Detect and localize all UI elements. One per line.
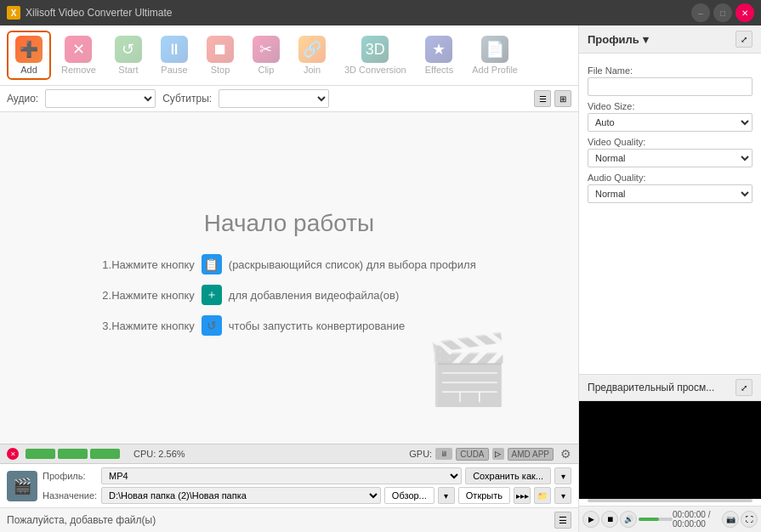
welcome-step-2: 2.Нажмите кнопку ＋ для добавления видеоф… <box>102 285 475 305</box>
preview-controls: ▶ ⏹ 🔊 00:00:00 / 00:00:00 📷 ⛶ <box>579 506 761 532</box>
list-view-button[interactable]: ☰ <box>534 90 551 107</box>
add-label: Add <box>20 65 37 75</box>
video-size-select[interactable]: Auto 320x240 640x480 1280x720 <box>588 113 752 132</box>
message-text: Пожалуйста, добавьте файл(ы) <box>7 514 156 526</box>
progress-bar-2 <box>58 449 88 459</box>
audio-select[interactable] <box>45 89 156 108</box>
app-title: Xilisoft Video Converter Ultimate <box>26 7 691 19</box>
dest-extra-button[interactable]: 📁 <box>534 487 551 504</box>
remove-label: Remove <box>61 65 96 75</box>
file-name-input[interactable] <box>588 77 752 96</box>
seek-bar[interactable] <box>588 499 752 502</box>
screenshot-button[interactable]: 📷 <box>722 511 739 528</box>
effects-button[interactable]: ★ Effects <box>417 31 462 80</box>
settings-icon[interactable]: ⚙ <box>560 447 571 461</box>
open-button[interactable]: Открыть <box>458 487 510 504</box>
add-button[interactable]: ➕ Add <box>7 31 51 80</box>
play-button[interactable]: ▶ <box>582 511 599 528</box>
maximize-button[interactable]: □ <box>713 3 732 22</box>
step2-suffix: для добавления видеофайла(ов) <box>229 289 400 302</box>
start-label: Start <box>118 65 138 75</box>
close-button[interactable]: ✕ <box>735 3 754 22</box>
browse-dropdown-button[interactable]: ▾ <box>438 487 455 504</box>
open-options-button[interactable]: ▸▸▸ <box>514 487 531 504</box>
profile-expand-button[interactable]: ⤢ <box>735 31 752 48</box>
start-icon: ↺ <box>115 36 142 63</box>
clip-button[interactable]: ✂ Clip <box>244 31 288 80</box>
gpu-label: GPU: <box>409 449 432 459</box>
welcome-step-3: 3.Нажмите кнопку ↺ чтобы запустить конве… <box>102 315 475 336</box>
video-quality-select[interactable]: Normal High Low <box>588 149 752 167</box>
welcome-step-1: 1.Нажмите кнопку 📋 (раскрывающийся списо… <box>102 254 475 274</box>
step2-prefix: 2.Нажмите кнопку <box>102 289 194 302</box>
add-icon: ➕ <box>15 36 43 63</box>
status-bar: ✕ CPU: 2.56% GPU: 🖥 CUDA ▷ AMD APP ⚙ <box>0 444 578 463</box>
app-body: ➕ Add ✕ Remove ↺ Start ⏸ Pause ⏹ Stop ✂ … <box>0 25 761 532</box>
profile-title-text: Профиль <box>588 33 639 46</box>
time-current: 00:00:00 <box>673 510 706 519</box>
time-total: 00:00:00 <box>673 519 706 529</box>
join-button[interactable]: 🔗 Join <box>290 31 334 80</box>
audio-quality-select[interactable]: Normal High Low <box>588 184 752 203</box>
grid-view-button[interactable]: ⊞ <box>554 90 571 107</box>
profile-select[interactable]: MP4 <box>101 467 462 484</box>
effects-icon: ★ <box>425 36 452 63</box>
pause-label: Pause <box>161 65 187 75</box>
subtitles-select[interactable] <box>219 89 329 108</box>
film-decoration: 🎬 <box>425 330 510 410</box>
threed-button[interactable]: 3D 3D Conversion <box>336 31 415 80</box>
message-list-button[interactable]: ☰ <box>554 512 571 529</box>
threed-label: 3D Conversion <box>344 65 406 75</box>
start-button[interactable]: ↺ Start <box>106 31 150 80</box>
window-controls: – □ ✕ <box>691 3 754 22</box>
profile-form: File Name: Video Size: Auto 320x240 640x… <box>579 54 761 374</box>
output-fields: Профиль: MP4 Сохранить как... ▾ Назначен… <box>43 467 571 504</box>
save-as-button[interactable]: Сохранить как... <box>465 467 551 484</box>
video-size-label: Video Size: <box>588 101 752 111</box>
app-icon: X <box>7 6 20 20</box>
profile-dropdown-arrow[interactable]: ▾ <box>643 33 649 46</box>
dest-select[interactable]: D:\Новая папка (2)\Новая папка <box>101 487 381 504</box>
remove-icon: ✕ <box>65 36 92 63</box>
add-profile-button[interactable]: 📄 Add Profile <box>463 31 526 80</box>
pause-button[interactable]: ⏸ Pause <box>152 31 196 80</box>
file-name-label: File Name: <box>588 65 752 76</box>
stop-button[interactable]: ⏹ Stop <box>198 31 242 80</box>
amd-icon: ▷ <box>492 448 504 460</box>
volume-slider[interactable] <box>639 518 673 521</box>
dest-more-button[interactable]: ▾ <box>554 487 571 504</box>
step3-suffix: чтобы запустить конвертирование <box>229 320 405 332</box>
stop-preview-button[interactable]: ⏹ <box>601 511 618 528</box>
add-profile-icon: 📄 <box>481 36 508 63</box>
message-bar: Пожалуйста, добавьте файл(ы) ☰ <box>0 507 578 532</box>
preview-title: Предварительный просм... <box>588 382 714 393</box>
toolbar: ➕ Add ✕ Remove ↺ Start ⏸ Pause ⏹ Stop ✂ … <box>0 25 578 86</box>
video-quality-label: Video Quality: <box>588 137 752 147</box>
step3-prefix: 3.Нажмите кнопку <box>102 320 194 332</box>
cancel-all-button[interactable]: ✕ <box>7 448 19 460</box>
minimize-button[interactable]: – <box>691 3 710 22</box>
gpu-icon: 🖥 <box>435 448 452 460</box>
left-panel: ➕ Add ✕ Remove ↺ Start ⏸ Pause ⏹ Stop ✂ … <box>0 25 578 532</box>
dest-row-label: Назначение: <box>43 490 98 501</box>
sub-toolbar: Аудио: Субтитры: ☰ ⊞ <box>0 86 578 112</box>
preview-section: Предварительный просм... ⤢ ▶ ⏹ 🔊 00:00:0… <box>579 374 761 532</box>
cuda-badge[interactable]: CUDA <box>456 448 488 461</box>
profile-row: Профиль: MP4 Сохранить как... ▾ <box>43 467 571 484</box>
remove-button[interactable]: ✕ Remove <box>53 31 105 80</box>
welcome-steps: 1.Нажмите кнопку 📋 (раскрывающийся списо… <box>102 254 475 346</box>
fullscreen-button[interactable]: ⛶ <box>741 511 758 528</box>
main-content: Начало работы 1.Нажмите кнопку 📋 (раскры… <box>0 112 578 444</box>
capture-buttons: 📷 ⛶ <box>722 511 758 528</box>
clip-label: Clip <box>258 65 274 75</box>
message-icons: ☰ <box>554 512 571 529</box>
preview-expand-button[interactable]: ⤢ <box>735 379 752 396</box>
convert-icon: ↺ <box>202 315 222 336</box>
clip-icon: ✂ <box>253 36 280 63</box>
save-dropdown-button[interactable]: ▾ <box>554 467 571 484</box>
volume-button[interactable]: 🔊 <box>620 511 637 528</box>
time-display: 00:00:00 / 00:00:00 <box>673 510 722 529</box>
amd-badge[interactable]: AMD APP <box>508 448 554 461</box>
preview-screen <box>579 401 761 499</box>
browse-button[interactable]: Обзор... <box>384 487 434 504</box>
